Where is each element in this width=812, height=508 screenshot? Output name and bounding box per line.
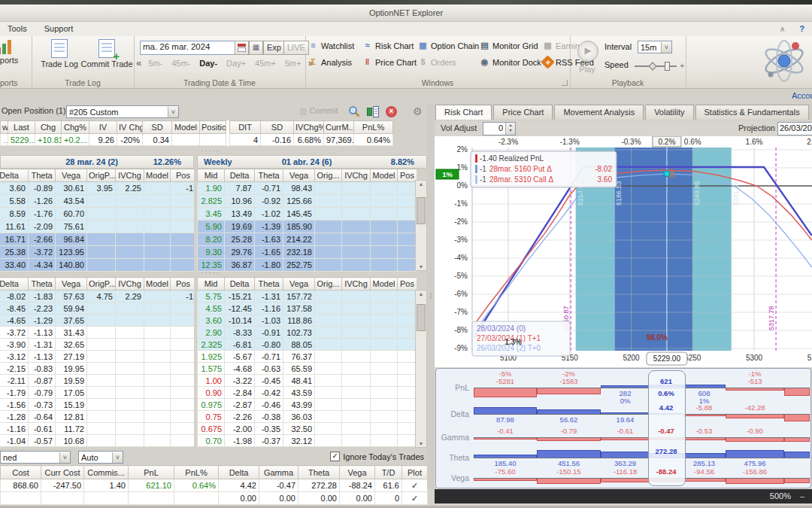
commit-trade-button[interactable]: Commit Trade — [83, 39, 131, 68]
column-header[interactable]: Pos — [171, 169, 195, 182]
column-header[interactable]: PnL% — [174, 466, 219, 479]
time-grid-icon[interactable]: ▦ — [249, 41, 263, 55]
column-header[interactable]: Position — [200, 121, 226, 134]
option-row[interactable]: 5.9019.69-1.39185.90 — [198, 221, 417, 233]
column-header[interactable]: CurrM... — [324, 121, 354, 134]
option-row[interactable]: -1.79-0.7917.05 — [0, 387, 194, 399]
search-icon[interactable] — [348, 105, 360, 117]
tab-movement-analysis[interactable]: Movement Analysis — [554, 105, 644, 120]
column-header[interactable]: Vega — [56, 169, 87, 182]
gear-icon[interactable]: ⚙ — [413, 106, 423, 117]
option-row[interactable]: 33.40-4.34140.80 — [0, 259, 194, 272]
option-row[interactable]: 1.907.87-0.7198.43 — [198, 182, 417, 195]
column-header[interactable]: IV — [89, 121, 117, 134]
analysis-button[interactable]: ΣAnalysis — [308, 57, 352, 67]
column-header[interactable]: Commis... — [84, 466, 129, 479]
column-header[interactable]: Pos — [171, 278, 195, 291]
option-row[interactable]: 8.2025.28-1.63214.22 — [198, 233, 417, 246]
nav-45m-fwd[interactable]: 45m+ — [255, 59, 276, 68]
column-header[interactable]: IVChg% — [294, 121, 324, 134]
nav-day-fwd[interactable]: Day+ — [226, 59, 246, 68]
column-header[interactable]: Mid — [198, 278, 225, 291]
account-tab[interactable]: Account — [792, 89, 812, 103]
interval-select[interactable]: 15m˅ — [638, 41, 672, 53]
zoom-out-button[interactable]: – — [800, 489, 804, 503]
option-row[interactable]: 0.975-2.87-0.4643.99 — [198, 399, 417, 411]
option-row[interactable]: -1.28-0.6412.81 — [0, 411, 194, 423]
option-row[interactable]: 1.925-5.67-0.7176.37 — [198, 351, 417, 363]
column-header[interactable]: IVChg — [342, 169, 371, 182]
option-row[interactable]: -8.45-2.2359.94 — [0, 303, 194, 315]
column-header[interactable]: PnL — [129, 466, 174, 479]
tab-volatility[interactable]: Volatility — [645, 105, 693, 120]
speed-slider-thumb[interactable] — [665, 62, 670, 71]
spinner-arrows-icon[interactable]: ▴▾ — [505, 123, 515, 135]
option-row[interactable]: -3.72-1.1331.43 — [0, 327, 194, 339]
option-row[interactable]: 5.75-15.21-1.31157.72 — [198, 291, 417, 303]
reports-button[interactable]: Reports — [0, 39, 29, 65]
nav-day-back[interactable]: Day- — [199, 59, 217, 68]
monitor-grid-button[interactable]: ▤Monitor Grid — [480, 41, 538, 50]
close-position-icon[interactable]: × — [386, 106, 397, 117]
option-row[interactable]: -2.11-0.8719.59 — [0, 375, 194, 387]
option-row[interactable]: 25.38-3.72123.95 — [0, 246, 194, 259]
column-header[interactable]: Theta — [29, 278, 56, 291]
monitor-dock-button[interactable]: ◉Monitor Dock — [480, 57, 541, 67]
plot-checkbox[interactable]: ✓ — [402, 492, 428, 505]
option-row[interactable]: -3.90-1.3132.65 — [0, 339, 194, 351]
option-row[interactable]: 3.60-10.14-1.03118.86 — [198, 315, 417, 327]
mode-select[interactable]: Auto˅ — [78, 451, 123, 464]
position-filter-select[interactable]: ned˅ — [0, 451, 71, 464]
column-header[interactable]: Model — [172, 121, 200, 134]
column-header[interactable]: Chg — [35, 121, 62, 134]
price-chart-button[interactable]: ‖Price Chart — [362, 57, 417, 67]
column-header[interactable]: DIT — [230, 121, 261, 134]
trade-log-button[interactable]: Trade Log — [38, 39, 81, 68]
column-header[interactable]: Delta — [0, 169, 29, 182]
column-header[interactable]: IVChg — [342, 278, 371, 291]
option-row[interactable]: -4.65-1.2937.65 — [0, 315, 194, 327]
column-header[interactable]: Pos — [398, 278, 417, 291]
strategy-selector[interactable]: #205 Custom˅ — [66, 105, 179, 118]
risk-chart-button[interactable]: ≈Risk Chart — [362, 41, 414, 50]
column-header[interactable]: Theta — [29, 169, 56, 182]
column-header[interactable]: Orig... — [315, 169, 342, 182]
speed-plus-icon[interactable]: + — [680, 61, 684, 70]
column-header[interactable]: OrigP... — [87, 169, 116, 182]
option-row[interactable]: 16.71-2.6696.84 — [0, 233, 194, 246]
column-header[interactable]: Model — [371, 278, 398, 291]
column-header[interactable]: Pos — [398, 169, 417, 182]
tab-statistics-fundamentals[interactable]: Statistics & Fundamentals — [695, 105, 809, 120]
option-row[interactable]: -3.12-1.1327.19 — [0, 351, 194, 363]
column-header[interactable]: Delta — [225, 278, 255, 291]
column-header[interactable]: SD — [261, 121, 294, 134]
ribbon-collapse-icon[interactable]: ∧ — [780, 25, 785, 33]
column-header[interactable]: w — [1, 121, 8, 134]
column-header[interactable]: Delta — [225, 169, 255, 182]
column-header[interactable]: SD — [143, 121, 172, 134]
scrollbar[interactable] — [415, 290, 427, 448]
panel-splitter[interactable]: ⁞ — [427, 104, 435, 489]
column-header[interactable]: Chg% — [62, 121, 89, 134]
option-row[interactable]: 0.75-2.26-0.3836.03 — [198, 411, 417, 423]
column-header[interactable]: Orig... — [315, 278, 342, 291]
option-row[interactable]: 1.00-3.22-0.4548.41 — [198, 375, 417, 387]
column-header[interactable]: PnL% — [354, 121, 393, 134]
column-header[interactable]: OrigP... — [87, 278, 116, 291]
column-header[interactable]: Vega — [283, 169, 315, 182]
tab-risk-chart[interactable]: Risk Chart — [435, 105, 492, 120]
option-row[interactable]: 3.4513.49-1.02145.45 — [198, 208, 417, 221]
scrollbar[interactable] — [415, 180, 427, 271]
ignore-trades-checkbox[interactable]: ✓ — [330, 452, 340, 461]
nav-5m-fwd[interactable]: 5m+ — [285, 59, 301, 68]
option-row[interactable]: 4.55-12.45-1.16137.58 — [198, 303, 417, 315]
menu-support[interactable]: Support — [37, 22, 81, 36]
column-header[interactable]: Theta — [255, 169, 283, 182]
current-position-marker[interactable] — [664, 171, 670, 177]
column-header[interactable]: IV Chg — [117, 121, 143, 134]
rewind-icon[interactable]: « — [136, 57, 141, 68]
option-row[interactable]: -8.02-1.8357.634.752.29-1 — [0, 291, 194, 303]
scrollbar-thumb[interactable] — [417, 304, 426, 331]
vol-adjust-spinner[interactable]: 0 ▴▾ — [483, 122, 516, 135]
column-header[interactable]: IVChg — [116, 169, 144, 182]
